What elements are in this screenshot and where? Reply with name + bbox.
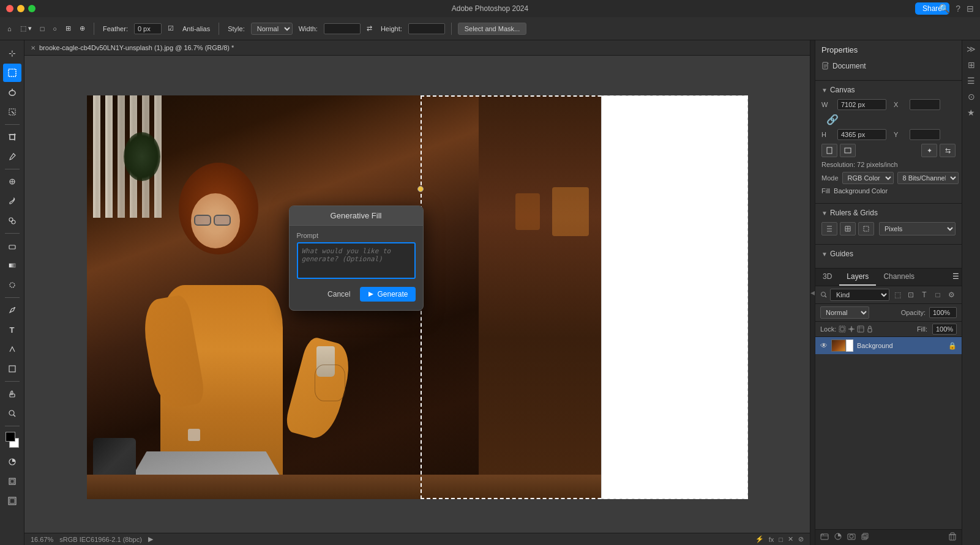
guides-header[interactable]: ▼ Guides [821, 250, 956, 258]
blend-mode-select[interactable]: Normal [820, 306, 869, 319]
lock-position-icon[interactable] [848, 325, 855, 333]
healing-tool[interactable] [3, 172, 21, 191]
status-icon-5[interactable]: ⊘ [798, 535, 804, 543]
expand-panels-icon[interactable]: ≫ [967, 44, 976, 54]
delete-layer-icon[interactable] [948, 532, 957, 543]
canvas-landscape-icon[interactable] [840, 144, 856, 157]
generate-button[interactable]: Generate [360, 287, 415, 302]
artboard-tool[interactable] [3, 472, 21, 491]
canvas-content[interactable]: Generative Fill Prompt Cancel Generate [24, 56, 810, 533]
eraser-tool[interactable] [3, 237, 21, 255]
tab-layers[interactable]: Layers [839, 269, 876, 286]
lock-all-icon[interactable] [866, 325, 873, 333]
layers-filter-adjust[interactable]: ⊡ [905, 291, 916, 299]
bits-select[interactable]: 8 Bits/Channel [897, 172, 959, 184]
layer-visibility-icon[interactable]: 👁 [820, 341, 828, 350]
document-header[interactable]: Document [821, 62, 956, 70]
status-icon-2[interactable]: fx [769, 536, 774, 543]
swap-dimensions[interactable]: ⇄ [364, 23, 375, 34]
new-group-icon[interactable] [820, 532, 829, 543]
object-select-tool[interactable] [3, 103, 21, 121]
canvas-flip-icon[interactable]: ⇆ [940, 144, 956, 157]
eyedropper-tool[interactable] [3, 147, 21, 166]
search-icon[interactable]: 🔍 [939, 4, 949, 13]
layers-filter-shape[interactable]: □ [932, 291, 943, 299]
adjustments-icon[interactable]: ⊙ [968, 92, 975, 102]
brush-tool[interactable] [3, 192, 21, 210]
properties-panel-icon[interactable]: ⊞ [968, 60, 975, 70]
minimize-icon[interactable]: ⊟ [967, 4, 974, 13]
expand-arrow[interactable]: ▶ [148, 535, 153, 543]
canvas-portrait-icon[interactable] [821, 144, 837, 157]
feather-input[interactable] [134, 23, 162, 34]
height-input[interactable] [408, 23, 445, 34]
marquee-dropdown[interactable]: ▾ [28, 24, 32, 32]
help-icon[interactable]: ? [956, 4, 960, 13]
layers-kind-select[interactable]: Kind [830, 289, 889, 301]
svg-point-54 [850, 535, 853, 538]
tab-3d[interactable]: 3D [815, 269, 839, 286]
canvas-y-input[interactable] [910, 129, 940, 140]
add-adjustment-icon[interactable] [834, 532, 842, 543]
blur-tool[interactable] [3, 276, 21, 294]
home-btn[interactable]: ⌂ [5, 24, 14, 34]
opacity-input[interactable] [929, 307, 957, 318]
rulers-header[interactable]: ▼ Rulers & Grids [821, 209, 956, 217]
canvas-rotate-icon[interactable]: ✦ [921, 144, 937, 157]
new-layer-icon[interactable] [861, 532, 869, 543]
add-mask-icon[interactable] [847, 532, 856, 543]
frame-tool[interactable] [3, 492, 21, 510]
clone-tool[interactable] [3, 212, 21, 230]
tab-close-icon[interactable]: ✕ [31, 45, 36, 51]
minimize-button[interactable] [17, 5, 24, 12]
canvas-height-input[interactable] [837, 129, 886, 140]
layer-item-background[interactable]: 👁 Background 🔒 [815, 337, 962, 354]
cancel-button[interactable]: Cancel [323, 287, 355, 302]
layers-filter-type[interactable]: T [919, 291, 930, 299]
ai-tools-icon[interactable]: ★ [967, 108, 975, 117]
type-tool[interactable]: T [3, 321, 21, 339]
gradient-tool[interactable] [3, 256, 21, 275]
zoom-tool[interactable] [3, 404, 21, 423]
marquee-tool[interactable] [3, 64, 21, 82]
panel-collapse-handle[interactable]: ◀ [810, 40, 815, 545]
quick-mask-btn[interactable] [3, 453, 21, 471]
lasso-tool[interactable] [3, 83, 21, 102]
pen-tool[interactable] [3, 301, 21, 319]
status-icon-4[interactable]: ✕ [788, 535, 793, 543]
layers-filter-pixel[interactable]: ⬚ [892, 291, 903, 299]
color-mode-select[interactable]: RGB Color [842, 172, 894, 184]
canvas-header[interactable]: ▼ Canvas [821, 86, 956, 94]
crop-tool[interactable] [3, 128, 21, 146]
tab-channels[interactable]: Channels [876, 269, 922, 286]
lock-pixels-icon[interactable] [839, 325, 846, 333]
status-icon-3[interactable]: □ [779, 536, 783, 543]
move-tool[interactable]: ⊹ [3, 44, 21, 62]
ruler-grid-icon-1[interactable] [821, 222, 837, 235]
hand-tool[interactable] [3, 385, 21, 403]
width-input[interactable] [324, 23, 361, 34]
ruler-grid-icon-2[interactable] [840, 222, 856, 235]
canvas-width-input[interactable] [837, 99, 886, 110]
lock-artboard-icon[interactable] [857, 325, 864, 333]
layers-menu-btn[interactable]: ☰ [950, 269, 962, 286]
selection-center-handle[interactable] [417, 186, 424, 192]
close-button[interactable] [6, 5, 13, 12]
ruler-units-select[interactable]: Pixels [879, 222, 956, 235]
style-select[interactable]: Normal [251, 23, 293, 35]
fullscreen-button[interactable] [28, 5, 36, 12]
toolbox: ⊹ [0, 40, 24, 545]
ruler-snap-icon[interactable] [858, 222, 874, 235]
prompt-textarea[interactable] [297, 242, 416, 279]
anti-alias-checkbox[interactable]: ☑ [165, 23, 176, 34]
layers-panel-icon[interactable]: ☰ [967, 76, 975, 86]
marquee-options[interactable]: ⬚ ▾ [18, 23, 34, 34]
layers-filter-smart[interactable]: ⚙ [946, 291, 957, 299]
select-mask-button[interactable]: Select and Mask... [458, 23, 527, 35]
shape-tool[interactable] [3, 360, 21, 378]
path-select-tool[interactable] [3, 340, 21, 358]
canvas-x-input[interactable] [910, 99, 940, 110]
fill-opacity-input[interactable] [932, 324, 957, 335]
foreground-bg-colors[interactable] [3, 429, 21, 451]
status-icon-1[interactable]: ⚡ [755, 535, 764, 543]
